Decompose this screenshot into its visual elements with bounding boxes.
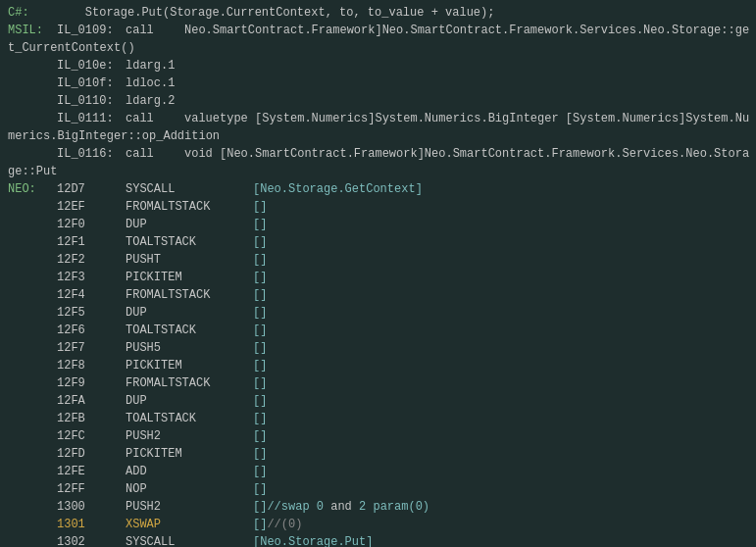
- line-12f9: 12F9 FROMALTSTACK []: [0, 374, 756, 392]
- line-12f5: 12F5 DUP []: [0, 304, 756, 322]
- neo-op: TOALTSTACK: [126, 410, 253, 427]
- neo-addr: 1302: [57, 533, 126, 547]
- neo-addr: 12F5: [57, 304, 126, 322]
- line-il-010e: IL_010e: ldarg.1: [0, 57, 756, 75]
- neo-addr: 12F4: [57, 286, 126, 304]
- neo-arg: []: [253, 304, 267, 322]
- line-12fd: 12FD PICKITEM []: [0, 445, 756, 463]
- il-arg: Neo.SmartContract.Framework]Neo.SmartCon…: [184, 22, 749, 39]
- line-1300: 1300 PUSH2 []//swap 0 and 2 param(0): [0, 498, 756, 516]
- line-12fc: 12FC PUSH2 []: [0, 427, 756, 445]
- line-12fb: 12FB TOALTSTACK []: [0, 410, 756, 427]
- line-continuation-1: t_CurrentContext(): [0, 39, 756, 57]
- neo-op: FROMALTSTACK: [126, 198, 253, 216]
- il-addr: IL_0116:: [57, 145, 126, 163]
- neo-addr-yellow: 1301: [57, 516, 126, 533]
- il-addr: IL_0109:: [57, 22, 126, 39]
- neo-addr: 12FD: [57, 445, 126, 463]
- lang-label: C#:: [8, 4, 57, 22]
- line-il-0110: IL_0110: ldarg.2: [0, 92, 756, 110]
- code-text: merics.BigInteger::op_Addition: [8, 127, 220, 145]
- neo-arg: []: [253, 357, 267, 374]
- code-text: t_CurrentContext(): [8, 39, 135, 57]
- neo-arg: []: [253, 392, 267, 410]
- neo-op: PICKITEM: [126, 269, 253, 286]
- neo-addr: 12FE: [57, 463, 126, 480]
- line-ge-put: ge::Put: [0, 163, 756, 180]
- code-text: Storage.Put(Storage.CurrentContext, to, …: [57, 4, 494, 22]
- il-addr: IL_010f:: [57, 75, 126, 92]
- neo-addr: 12FF: [57, 480, 126, 498]
- line-12f7: 12F7 PUSH5 []: [0, 339, 756, 357]
- line-msil-header: MSIL: IL_0109: call Neo.SmartContract.Fr…: [0, 22, 756, 39]
- neo-op: PUSH5: [126, 339, 253, 357]
- il-op: call: [126, 22, 184, 39]
- neo-arg-cont: 2 param(0): [352, 498, 429, 516]
- il-op: call: [126, 110, 184, 127]
- neo-arg: []: [253, 410, 267, 427]
- il-addr: IL_0110:: [57, 92, 126, 110]
- neo-op: NOP: [126, 480, 253, 498]
- neo-arg: []: [253, 198, 267, 216]
- neo-arg: []: [253, 233, 267, 251]
- il-op: call: [126, 145, 184, 163]
- neo-op: DUP: [126, 392, 253, 410]
- neo-addr: 1300: [57, 498, 126, 516]
- neo-arg: []: [253, 427, 267, 445]
- neo-addr: 12F2: [57, 251, 126, 269]
- neo-addr: 12FB: [57, 410, 126, 427]
- neo-addr: 12F7: [57, 339, 126, 357]
- line-continuation-2: merics.BigInteger::op_Addition: [0, 127, 756, 145]
- line-12fa: 12FA DUP []: [0, 392, 756, 410]
- line-il-010f: IL_010f: ldloc.1: [0, 75, 756, 92]
- neo-op: PUSHT: [126, 251, 253, 269]
- neo-op: FROMALTSTACK: [126, 286, 253, 304]
- line-12f6: 12F6 TOALTSTACK []: [0, 322, 756, 339]
- line-12f3: 12F3 PICKITEM []: [0, 269, 756, 286]
- neo-arg: []: [253, 216, 267, 233]
- neo-op: DUP: [126, 216, 253, 233]
- neo-arg: []: [253, 269, 267, 286]
- neo-arg: []: [253, 445, 267, 463]
- neo-op: TOALTSTACK: [126, 233, 253, 251]
- line-12f0: 12F0 DUP []: [0, 216, 756, 233]
- neo-op: PICKITEM: [126, 357, 253, 374]
- neo-addr: 12FC: [57, 427, 126, 445]
- neo-arg: []: [253, 322, 267, 339]
- neo-op: ADD: [126, 463, 253, 480]
- line-12f2: 12F2 PUSHT []: [0, 251, 756, 269]
- neo-arg: []: [253, 251, 267, 269]
- neo-arg: [Neo.Storage.GetContext]: [253, 180, 423, 198]
- il-op: ldarg.1: [126, 57, 175, 75]
- line-12d7: NEO: 12D7 SYSCALL [Neo.Storage.GetContex…: [0, 180, 756, 198]
- neo-op: TOALTSTACK: [126, 322, 253, 339]
- code-view: C#: Storage.Put(Storage.CurrentContext, …: [0, 0, 756, 547]
- neo-op: SYSCALL: [126, 533, 253, 547]
- line-12fe: 12FE ADD []: [0, 463, 756, 480]
- neo-arg: []: [253, 374, 267, 392]
- neo-addr: 12F0: [57, 216, 126, 233]
- neo-arg: []: [253, 339, 267, 357]
- neo-op: DUP: [126, 304, 253, 322]
- neo-addr: 12EF: [57, 198, 126, 216]
- msil-label: MSIL:: [8, 22, 57, 39]
- neo-arg: [Neo.Storage.Put]: [253, 533, 373, 547]
- code-text: ge::Put: [8, 163, 57, 180]
- neo-arg: []//swap 0: [253, 498, 330, 516]
- il-arg: valuetype [System.Numerics]System.Numeri…: [184, 110, 749, 127]
- line-12f1: 12F1 TOALTSTACK []: [0, 233, 756, 251]
- neo-op: FROMALTSTACK: [126, 374, 253, 392]
- line-12f8: 12F8 PICKITEM []: [0, 357, 756, 374]
- line-csharp: C#: Storage.Put(Storage.CurrentContext, …: [0, 4, 756, 22]
- il-op: ldloc.1: [126, 75, 175, 92]
- neo-label: NEO:: [8, 180, 57, 198]
- neo-arg: []: [253, 286, 267, 304]
- neo-addr: 12F3: [57, 269, 126, 286]
- neo-addr: 12F1: [57, 233, 126, 251]
- neo-addr: 12F9: [57, 374, 126, 392]
- il-op: ldarg.2: [126, 92, 175, 110]
- neo-comment: //(0): [267, 516, 302, 533]
- neo-op-yellow: XSWAP: [126, 516, 253, 533]
- neo-addr: 12D7: [57, 180, 126, 198]
- neo-addr: 12FA: [57, 392, 126, 410]
